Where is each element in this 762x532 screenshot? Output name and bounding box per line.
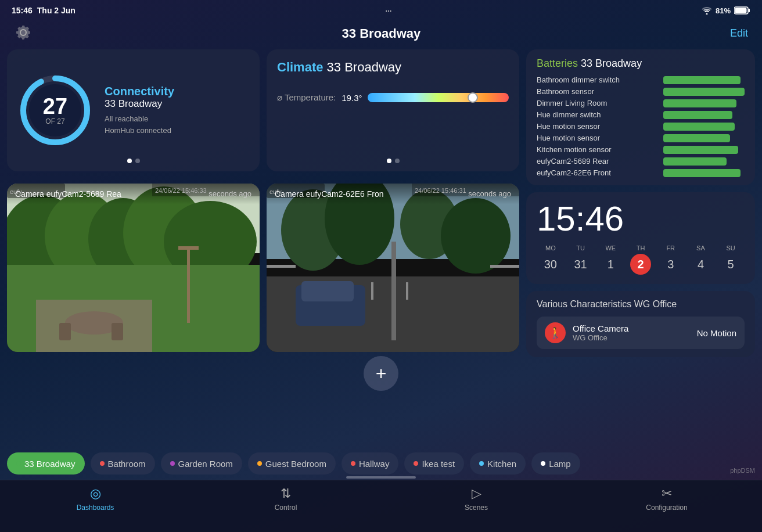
battery-bar-container bbox=[663, 88, 745, 96]
battery-bar-container bbox=[663, 134, 745, 142]
loc-dot bbox=[541, 461, 545, 466]
cal-day-name: SA bbox=[696, 245, 705, 251]
svg-rect-35 bbox=[267, 265, 296, 268]
battery-name: eufyCam2-62E6 Front bbox=[537, 168, 657, 177]
camera-2-overlay: Camera eufyCam2-62E6 Fron seconds ago bbox=[267, 184, 519, 204]
tab-scenes[interactable]: ▷ Scenes bbox=[381, 486, 572, 512]
status-bar: 15:46 Thu 2 Jun ··· 81% bbox=[0, 0, 762, 21]
connectivity-ring: 27 OF 27 bbox=[17, 73, 93, 148]
battery-bar-container bbox=[663, 76, 745, 84]
cal-day-num: 30 bbox=[540, 254, 561, 275]
battery-item: Hue motion sensor bbox=[537, 122, 745, 131]
battery-bar bbox=[663, 99, 736, 107]
connectivity-dots bbox=[127, 159, 140, 163]
cal-day-num: 5 bbox=[720, 254, 741, 275]
tab-configuration[interactable]: ✂ Configuration bbox=[572, 486, 762, 512]
svg-rect-19 bbox=[112, 323, 123, 340]
camera-2-image: eufy 24/06/22 15:46:31 bbox=[267, 184, 519, 352]
cal-day-num: 2 bbox=[630, 254, 651, 275]
cal-day: SU 5 bbox=[717, 245, 745, 275]
location-tab[interactable]: Kitchen bbox=[470, 452, 526, 475]
battery-text: 81% bbox=[716, 6, 731, 15]
climate-card: Climate 33 Broadway ⌀ Temperature: 19.3° bbox=[267, 49, 519, 171]
loc-dot bbox=[16, 461, 21, 466]
svg-rect-36 bbox=[490, 265, 519, 268]
svg-point-0 bbox=[706, 13, 707, 15]
dot-2 bbox=[135, 159, 140, 163]
location-tab[interactable]: Hallway bbox=[342, 452, 399, 475]
battery-bar-container bbox=[663, 146, 745, 154]
loc-dot bbox=[170, 461, 175, 466]
status-bar-left: 15:46 Thu 2 Jun bbox=[12, 6, 76, 15]
date: Thu 2 Jun bbox=[37, 6, 76, 15]
clock-time: 15:46 bbox=[537, 202, 745, 236]
tab-control[interactable]: ⇅ Control bbox=[190, 486, 381, 512]
battery-name: Hue dimmer switch bbox=[537, 110, 657, 119]
cal-day-name: FR bbox=[666, 245, 675, 251]
camera-2-card[interactable]: Camera eufyCam2-62E6 Fron seconds ago bbox=[267, 184, 519, 352]
cal-day: WE 1 bbox=[596, 245, 624, 275]
battery-list: Bathroom dimmer switch Bathroom sensor D… bbox=[537, 76, 745, 177]
gear-icon bbox=[14, 23, 33, 42]
add-button[interactable]: + bbox=[364, 356, 398, 391]
camera-2-title: Camera eufyCam2-62E6 Fron bbox=[275, 189, 384, 199]
cal-day-name: TH bbox=[637, 245, 645, 251]
temperature-row: ⌀ Temperature: 19.3° bbox=[277, 92, 509, 103]
tab-icon: ◎ bbox=[90, 486, 101, 501]
tab-label: Control bbox=[275, 504, 297, 512]
scroll-indicator bbox=[346, 476, 416, 479]
tab-dashboards[interactable]: ◎ Dashboards bbox=[0, 486, 190, 512]
edit-button[interactable]: Edit bbox=[730, 27, 748, 39]
clock-card: 15:46 MO 30 TU 31 WE 1 TH 2 FR 3 SA 4 SU… bbox=[526, 192, 755, 284]
batteries-card: Batteries 33 Broadway Bathroom dimmer sw… bbox=[526, 49, 755, 185]
page-title: 33 Broadway bbox=[33, 26, 730, 41]
header: 33 Broadway Edit bbox=[0, 21, 762, 49]
location-tab[interactable]: Bathroom bbox=[91, 452, 155, 475]
svg-rect-31 bbox=[406, 282, 408, 300]
battery-name: Kitchen motion sensor bbox=[537, 145, 657, 154]
cal-day-name: WE bbox=[605, 245, 616, 251]
char-item-name: Office Camera bbox=[573, 323, 690, 333]
camera-1-overlay: Camera eufyCam2-5689 Rea seconds ago bbox=[7, 184, 260, 204]
location-tab[interactable]: 33 Broadway bbox=[7, 452, 85, 475]
loc-dot bbox=[351, 461, 355, 466]
battery-name: eufyCam2-5689 Rear bbox=[537, 157, 657, 166]
location-tab[interactable]: Guest Bedroom bbox=[248, 452, 336, 475]
various-title: Various Characteristics WG Office bbox=[537, 299, 745, 310]
loc-dot bbox=[414, 461, 418, 466]
camera-1-time: seconds ago bbox=[209, 189, 251, 198]
location-tab[interactable]: Ikea test bbox=[404, 452, 464, 475]
svg-rect-33 bbox=[301, 281, 354, 301]
camera-1-image: eufy 24/06/22 15:46:33 bbox=[7, 184, 260, 352]
camera-1-card[interactable]: Camera eufyCam2-5689 Rea seconds ago bbox=[7, 184, 260, 352]
battery-bar bbox=[663, 146, 738, 154]
loc-dot bbox=[479, 461, 484, 466]
connectivity-of: OF 27 bbox=[43, 117, 67, 125]
tab-icon: ✂ bbox=[662, 486, 672, 501]
location-tab[interactable]: Garden Room bbox=[161, 452, 242, 475]
battery-icon bbox=[734, 6, 750, 15]
location-tab[interactable]: Lamp bbox=[531, 452, 580, 475]
battery-bar bbox=[663, 157, 727, 166]
connectivity-info: Connectivity 33 Broadway All reachable H… bbox=[105, 85, 174, 136]
gear-button[interactable] bbox=[14, 23, 33, 44]
battery-name: Hue motion sensor bbox=[537, 134, 657, 142]
dot-1 bbox=[127, 159, 132, 163]
svg-rect-15 bbox=[187, 247, 190, 323]
svg-rect-16 bbox=[178, 246, 199, 250]
battery-bar bbox=[663, 169, 741, 177]
battery-bar bbox=[663, 123, 735, 131]
char-status: No Motion bbox=[697, 328, 736, 338]
connectivity-card: 27 OF 27 Connectivity 33 Broadway All re… bbox=[7, 49, 260, 171]
cal-day-name: TU bbox=[576, 245, 585, 251]
battery-bar-container bbox=[663, 111, 745, 119]
battery-item: Bathroom dimmer switch bbox=[537, 76, 745, 84]
cal-day-num: 4 bbox=[690, 254, 711, 275]
climate-title: Climate 33 Broadway bbox=[277, 60, 509, 75]
temp-bar bbox=[368, 93, 509, 102]
status-bar-dots: ··· bbox=[386, 6, 392, 15]
battery-bar bbox=[663, 76, 741, 84]
location-tabs: 33 BroadwayBathroomGarden RoomGuest Bedr… bbox=[0, 447, 762, 480]
svg-point-28 bbox=[441, 198, 511, 274]
char-item: 🚶 Office Camera WG Office No Motion bbox=[537, 317, 745, 349]
